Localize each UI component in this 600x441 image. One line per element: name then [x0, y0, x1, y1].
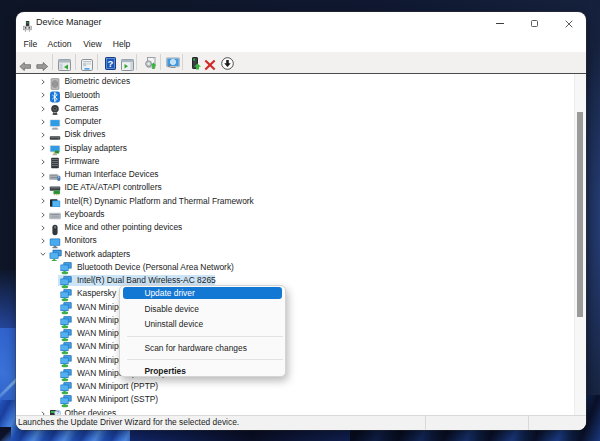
svg-text:?: ? [107, 58, 113, 69]
